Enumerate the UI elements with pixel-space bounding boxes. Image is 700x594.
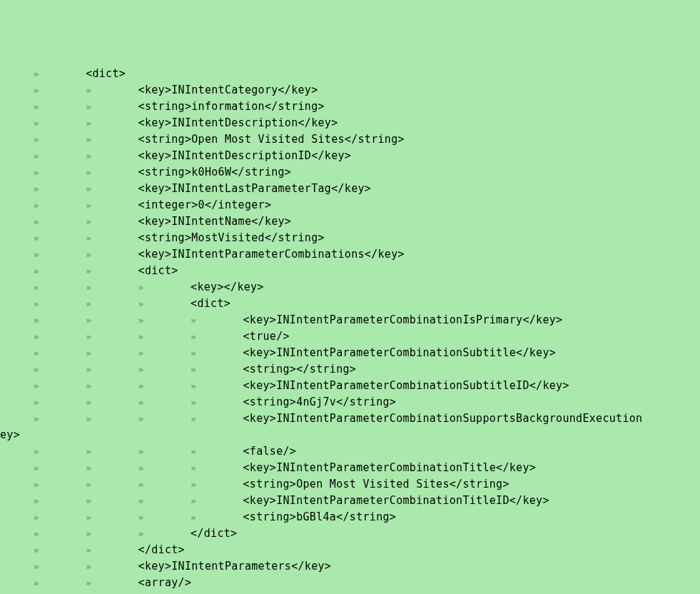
code-line: » » » » <key>INIntentParameterCombinatio… [0,411,700,427]
code-line: » » » » <key>INIntentParameterCombinatio… [0,345,700,361]
code-line: » » <key>INIntentDescription</key> [0,115,700,131]
code-text: <key>INIntentName</key> [138,215,292,228]
code-text: <key>INIntentLastParameterTag</key> [138,182,372,195]
code-line: » » » » <string>4nGj7v</string> [0,394,700,411]
code-text: <string>Open Most Visited Sites</string> [138,133,405,146]
code-line: » » » » <false/> [0,443,700,460]
code-text: <string>MostVisited</string> [138,231,325,244]
code-line: » » » » <key>INIntentParameterCombinatio… [0,460,700,476]
code-text: <key>INIntentParameterCombinationTitleID… [243,494,549,507]
code-text: <key>INIntentParameterCombinationTitle</… [243,461,537,474]
code-text: <key>INIntentParameters</key> [138,560,332,573]
code-text: <dict> [138,264,178,277]
code-line: » <dict> [0,66,700,82]
code-text: <key>INIntentParameterCombinationSubtitl… [243,346,557,359]
code-text: <string></string> [243,363,357,376]
code-line: » » » <dict> [0,296,700,312]
code-text: <key>INIntentDescription</key> [138,116,338,129]
code-line: » » » <key></key> [0,279,700,296]
code-line: » » <key>INIntentParameterCombinations</… [0,246,700,263]
code-text: <dict> [86,67,126,80]
code-line: » » <key>INIntentParameters</key> [0,558,700,575]
code-line: » » <array/> [0,575,700,591]
code-text: <false/> [243,445,297,458]
code-text: <string>k0Ho6W</string> [138,166,292,178]
code-text: <dict> [191,297,230,310]
code-line: » » » » <string>bGBl4a</string> [0,509,700,525]
code-line-wrap: ey> [0,427,700,443]
code-line: » » » » <true/> [0,328,700,345]
plist-code-block: » <dict> » » <key>INIntentCategory</key>… [0,66,700,594]
code-line: » » » » <string>Open Most Visited Sites<… [0,476,700,493]
code-line: » » <integer>0</integer> [0,197,700,213]
code-line: » » <key>INIntentLastParameterTag</key> [0,181,700,197]
code-text: <key></key> [191,281,264,293]
code-text: <key>INIntentCategory</key> [138,84,318,96]
code-text: <key>INIntentDescriptionID</key> [138,149,352,162]
code-line: » » » » <key>INIntentParameterCombinatio… [0,312,700,328]
code-line: » » » </dict> [0,525,700,542]
code-text: </dict> [191,527,237,540]
code-line: » » </dict> [0,542,700,558]
code-text: <key>INIntentParameterCombinations</key> [138,248,405,261]
code-text: <key>INIntentParameterCombinationSupport… [243,412,643,425]
code-text: <true/> [243,330,290,343]
code-line: » » » » <key>INIntentParameterCombinatio… [0,493,700,509]
code-line: » » <key>INIntentResponse</key> [0,591,700,594]
code-text: <integer>0</integer> [138,198,272,211]
code-line: » » <string>Open Most Visited Sites</str… [0,131,700,148]
code-line: » » <key>INIntentName</key> [0,213,700,230]
code-text: <key>INIntentParameterCombinationIsPrima… [243,313,563,326]
code-line: » » <string>MostVisited</string> [0,230,700,246]
code-line: » » <dict> [0,263,700,279]
code-line: » » <key>INIntentDescriptionID</key> [0,148,700,164]
code-line: » » <key>INIntentCategory</key> [0,82,700,99]
code-line: » » <string>information</string> [0,99,700,115]
code-line: » » » » <key>INIntentParameterCombinatio… [0,378,700,394]
code-line: » » <string>k0Ho6W</string> [0,164,700,181]
code-wrap-text: ey> [0,428,20,441]
code-text: <array/> [138,576,192,589]
code-text: <string>bGBl4a</string> [243,510,397,523]
code-text: <key>INIntentParameterCombinationSubtitl… [243,379,569,392]
code-text: <string>information</string> [138,100,325,113]
code-text: </dict> [138,543,185,556]
code-text: <string>4nGj7v</string> [243,396,397,408]
code-text: <string>Open Most Visited Sites</string> [243,478,509,490]
code-line: » » » » <string></string> [0,361,700,378]
